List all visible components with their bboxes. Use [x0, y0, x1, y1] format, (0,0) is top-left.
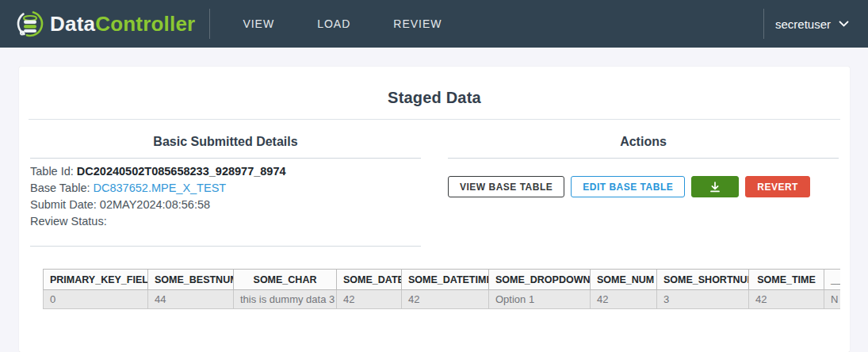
col-some-datetime[interactable]: SOME_DATETIME — [402, 270, 489, 290]
revert-button[interactable]: REVERT — [745, 176, 810, 197]
base-table-link[interactable]: DC837652.MPE_X_TEST — [94, 182, 227, 194]
cell-some-dropdown[interactable]: Option 1 — [489, 290, 591, 309]
main-nav: VIEW LOAD REVIEW — [221, 0, 463, 48]
submitted-details-block: Table Id: DC20240502T085658233_928977_89… — [30, 159, 421, 247]
nav-item-load[interactable]: LOAD — [296, 0, 372, 48]
cell-some-shortnum[interactable]: 3 — [657, 290, 749, 309]
submit-date-label: Submit Date: — [30, 198, 97, 211]
table-id-row: Table Id: DC20240502T085658233_928977_89… — [30, 163, 421, 180]
col-some-char[interactable]: SOME_CHAR — [234, 270, 337, 290]
staged-table-container: PRIMARY_KEY_FIELD SOME_BESTNUM SOME_CHAR… — [43, 269, 840, 309]
header-divider-right — [763, 9, 764, 39]
cell-some-char[interactable]: this is dummy data 3 — [234, 290, 337, 309]
table-id-label: Table Id: — [30, 165, 74, 178]
brand-name-primary: Data — [50, 12, 95, 36]
database-logo-icon — [16, 10, 44, 38]
table-row[interactable]: 0 44 this is dummy data 3 42 42 Option 1… — [44, 290, 841, 309]
download-icon — [709, 181, 721, 193]
action-buttons: VIEW BASE TABLE EDIT BASE TABLE REVERT — [448, 176, 839, 197]
user-name: secretuser — [775, 17, 831, 31]
submit-date-row: Submit Date: 02MAY2024:08:56:58 — [30, 197, 421, 213]
submitted-details-section: Basic Submitted Details Table Id: DC2024… — [30, 128, 421, 247]
cell-some-num[interactable]: 42 — [591, 290, 657, 309]
col-some-time[interactable]: SOME_TIME — [749, 270, 824, 290]
header-divider — [209, 9, 210, 39]
table-id-value: DC20240502T085658233_928977_8974 — [77, 165, 286, 178]
actions-heading: Actions — [448, 128, 839, 159]
base-table-label: Base Table: — [30, 182, 90, 194]
page-title: Staged Data — [29, 89, 840, 107]
edit-base-table-button[interactable]: EDIT BASE TABLE — [571, 176, 685, 197]
actions-section: Actions VIEW BASE TABLE EDIT BASE TABLE … — [448, 128, 839, 247]
title-divider — [29, 119, 840, 120]
review-status-label: Review Status: — [30, 215, 107, 228]
submitted-details-heading: Basic Submitted Details — [30, 128, 421, 159]
base-table-row: Base Table: DC837652.MPE_X_TEST — [30, 180, 421, 197]
app-logo[interactable]: DataController — [16, 10, 195, 38]
brand-name: DataController — [50, 12, 195, 36]
staged-data-card: Staged Data Basic Submitted Details Tabl… — [19, 67, 850, 352]
review-status-row: Review Status: — [30, 213, 421, 230]
brand-name-secondary: Controller — [95, 12, 195, 36]
nav-item-view[interactable]: VIEW — [221, 0, 296, 48]
col-some-dropdown[interactable]: SOME_DROPDOWN — [489, 270, 591, 290]
col-some-shortnum[interactable]: SOME_SHORTNUM — [657, 270, 749, 290]
app-header: DataController VIEW LOAD REVIEW secretus… — [0, 0, 868, 48]
col-clipped[interactable]: __ — [824, 270, 841, 290]
content-columns: Basic Submitted Details Table Id: DC2024… — [29, 128, 840, 247]
cell-some-date[interactable]: 42 — [337, 290, 402, 309]
submit-date-value: 02MAY2024:08:56:58 — [100, 198, 210, 211]
col-primary-key-field[interactable]: PRIMARY_KEY_FIELD — [44, 270, 148, 290]
cell-clipped[interactable]: N — [824, 290, 841, 309]
chevron-down-icon — [839, 21, 849, 28]
user-menu[interactable]: secretuser — [775, 17, 849, 31]
staged-data-table: PRIMARY_KEY_FIELD SOME_BESTNUM SOME_CHAR… — [43, 269, 840, 309]
cell-some-bestnum[interactable]: 44 — [148, 290, 234, 309]
nav-item-review[interactable]: REVIEW — [372, 0, 463, 48]
view-base-table-button[interactable]: VIEW BASE TABLE — [448, 176, 564, 197]
col-some-bestnum[interactable]: SOME_BESTNUM — [148, 270, 234, 290]
cell-some-datetime[interactable]: 42 — [402, 290, 489, 309]
download-button[interactable] — [691, 176, 739, 197]
cell-some-time[interactable]: 42 — [749, 290, 824, 309]
table-header-row: PRIMARY_KEY_FIELD SOME_BESTNUM SOME_CHAR… — [44, 270, 841, 290]
col-some-num[interactable]: SOME_NUM — [591, 270, 657, 290]
cell-primary-key-field[interactable]: 0 — [44, 290, 148, 309]
col-some-date[interactable]: SOME_DATE — [337, 270, 402, 290]
